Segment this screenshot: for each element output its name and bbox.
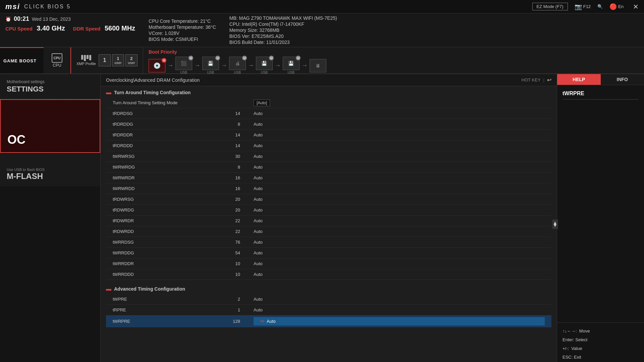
- boot-arrow-2: →: [194, 62, 200, 69]
- boot-arrow-4: →: [248, 62, 254, 69]
- settings-title: SETTINGS: [7, 85, 94, 94]
- setting-tWRRDDD[interactable]: tWRRDDD 10 Auto: [106, 269, 551, 280]
- system-time: 00:21: [14, 15, 29, 22]
- info-bar: ⏰ 00:21 Wed 13 Dec, 2023 CPU Speed 3.40 …: [0, 13, 644, 47]
- boot-priority-section: Boot Priority 💿 U → ⬛ U USB →: [143, 47, 644, 73]
- section-advanced-timing[interactable]: ▬ Advanced Timing Configuration: [106, 283, 551, 294]
- boot-label-6: USB: [288, 71, 295, 74]
- screenshot-icon-group[interactable]: 📷 F12: [575, 3, 591, 10]
- tab-help[interactable]: HELP: [557, 74, 601, 85]
- setting-tRDRDDD[interactable]: tRDRDDD 14 Auto: [106, 140, 551, 151]
- setting-tRDRDDG[interactable]: tRDRDDG 8 Auto: [106, 119, 551, 130]
- main-layout: Motherboard settings SETTINGS OC Use USB…: [0, 74, 644, 362]
- boot-device-1[interactable]: 💿 U: [149, 59, 165, 72]
- boot-label-3: USB: [207, 71, 214, 74]
- setting-tRDWRDG[interactable]: tRDWRDG 20 Auto: [106, 205, 551, 216]
- ddr-speed-value: 5600 MHz: [105, 24, 135, 32]
- sidebar: Motherboard settings SETTINGS OC Use USB…: [0, 74, 101, 362]
- boot-device-3[interactable]: 💾 U USB: [202, 57, 219, 74]
- help-divider: [562, 99, 639, 100]
- boot-badge-1: U: [162, 58, 166, 63]
- mode-tag[interactable]: [Auto]: [254, 100, 270, 106]
- cpu-speed-label: CPU Speed: [5, 26, 33, 32]
- help-content: tWRPRE: [557, 85, 644, 322]
- msi-logo: msi: [5, 2, 20, 11]
- tab-info[interactable]: INFO: [601, 74, 644, 85]
- setting-tRDWRSG[interactable]: tRDWRSG 20 Auto: [106, 194, 551, 205]
- search-icon-group[interactable]: 🔍: [597, 4, 603, 9]
- xmp-bar3: [87, 55, 89, 59]
- boot-badge-5: U: [269, 56, 274, 60]
- shortcut-move: ↑↓←→: Move: [562, 327, 639, 336]
- shortcut-esc: ESC: Exit: [562, 353, 639, 362]
- temp-section: CPU Core Temperature: 21°C Motherboard T…: [149, 15, 216, 45]
- help-side-expand[interactable]: ◀▶: [552, 220, 558, 229]
- language-label: En: [618, 4, 624, 9]
- setting-tWRWRSG[interactable]: tWRWRSG 30 Auto: [106, 151, 551, 162]
- mb-section: MB: MAG Z790 TOMAHAWK MAX WIFI (MS-7E25)…: [229, 15, 337, 45]
- setting-tRDRDSG[interactable]: tRDRDSG 14 Auto: [106, 108, 551, 119]
- mflash-title: M-FLASH: [7, 172, 94, 181]
- hotkey-label: HOT KEY: [522, 77, 541, 82]
- flag-icon: 🔴: [609, 3, 617, 10]
- help-panel: HELP INFO tWRPRE ◀▶ ↑↓←→: Move Enter: Se…: [557, 74, 644, 362]
- auto-marker: ✏: [260, 318, 265, 324]
- setting-tRDRDDR[interactable]: tRDRDDR 14 Auto: [106, 130, 551, 140]
- xmp-btn2[interactable]: 1user: [112, 54, 124, 66]
- oc-title: OC: [7, 133, 93, 147]
- xmp-btn3[interactable]: 2user: [125, 54, 138, 66]
- setting-tWRWRDG[interactable]: tWRWRDG 8 Auto: [106, 162, 551, 173]
- boot-badge-2: U: [189, 56, 193, 60]
- boot-device-7[interactable]: 🖥: [310, 59, 326, 72]
- bios-ver: BIOS Ver: E7E25IMS.A20: [229, 34, 337, 39]
- boot-device-4[interactable]: 🖨 U USB: [229, 57, 246, 74]
- settings-subtitle: Motherboard settings: [7, 79, 94, 84]
- mflash-subtitle: Use USB to flash BIOS: [7, 168, 94, 172]
- setting-tWRWRDR[interactable]: tWRWRDR 16 Auto: [106, 173, 551, 183]
- top-bar: msi CLICK BIOS 5 EZ Mode (F7) 📷 F12 🔍 🔴 …: [0, 0, 644, 13]
- boot-badge-4: U: [242, 56, 247, 60]
- boot-arrow-6: →: [302, 62, 308, 69]
- setting-tRDWRDR[interactable]: tRDWRDR 22 Auto: [106, 216, 551, 226]
- xmp-btn1[interactable]: 1: [99, 54, 111, 66]
- sidebar-item-oc[interactable]: OC: [0, 99, 100, 153]
- cpu-label: CPU: [53, 63, 61, 68]
- auto-highlight[interactable]: ✏ Auto: [254, 317, 545, 325]
- top-bar-right: EZ Mode (F7) 📷 F12 🔍 🔴 En ✕: [532, 3, 639, 11]
- boot-badge-6: U: [296, 56, 301, 60]
- setting-tWRWRDD[interactable]: tWRWRDD 16 Auto: [106, 183, 551, 194]
- sidebar-item-mflash[interactable]: Use USB to flash BIOS M-FLASH: [0, 153, 100, 186]
- boot-device-2[interactable]: ⬛ U USB: [175, 57, 192, 74]
- camera-icon: 📷: [575, 3, 582, 10]
- breadcrumb-bar: Overclocking\Advanced DRAM Configuration…: [101, 74, 557, 86]
- help-shortcuts: ↑↓←→: Move Enter: Select +/-: Value ESC:…: [557, 322, 644, 362]
- setting-tWRRDSG[interactable]: tWRRDSG 76 Auto: [106, 237, 551, 248]
- boot-devices: 💿 U → ⬛ U USB → 💾 U USB: [149, 57, 639, 74]
- boot-arrow-3: →: [221, 62, 227, 69]
- boot-device-6[interactable]: 💾 U USB: [283, 57, 300, 74]
- boot-device-5[interactable]: 💾 U USB: [256, 57, 273, 74]
- cpu-box[interactable]: CPU CPU: [44, 47, 71, 73]
- section-collapse-icon-2: ▬: [106, 286, 111, 292]
- clock-icon: ⏰: [5, 16, 11, 22]
- setting-tWRPRE[interactable]: tWRPRE 128 ✏ Auto: [106, 315, 551, 327]
- setting-tWRRDDG[interactable]: tWRRDDG 54 Auto: [106, 248, 551, 258]
- ez-mode-button[interactable]: EZ Mode (F7): [532, 3, 568, 10]
- system-date: Wed 13 Dec, 2023: [32, 16, 71, 22]
- boost-profile-bar: GAME BOOST CPU CPU XMP Profile 1 1user 2…: [0, 47, 644, 74]
- f12-label: F12: [583, 4, 591, 9]
- setting-turn-around-mode[interactable]: Turn Around Timing Setting Mode [Auto]: [106, 98, 551, 108]
- setting-tRPRE[interactable]: tRPRE 1 Auto: [106, 305, 551, 315]
- section-title-2: Advanced Timing Configuration: [114, 286, 185, 292]
- section-turn-around[interactable]: ▬ Turn Around Timing Configuration: [106, 86, 551, 98]
- back-button[interactable]: ↩: [547, 77, 551, 83]
- top-bar-left: msi CLICK BIOS 5: [5, 2, 71, 11]
- game-boost-section[interactable]: GAME BOOST: [0, 47, 44, 73]
- sidebar-item-settings[interactable]: Motherboard settings SETTINGS: [0, 74, 100, 99]
- setting-tWPRE[interactable]: tWPRE 2 Auto: [106, 294, 551, 305]
- close-button[interactable]: ✕: [633, 3, 639, 11]
- setting-tRDWRDD[interactable]: tRDWRDD 22 Auto: [106, 226, 551, 237]
- setting-tWRRDDR[interactable]: tWRRDDR 10 Auto: [106, 258, 551, 269]
- language-icon-group[interactable]: 🔴 En: [609, 3, 624, 10]
- auto-value: Auto: [267, 319, 276, 324]
